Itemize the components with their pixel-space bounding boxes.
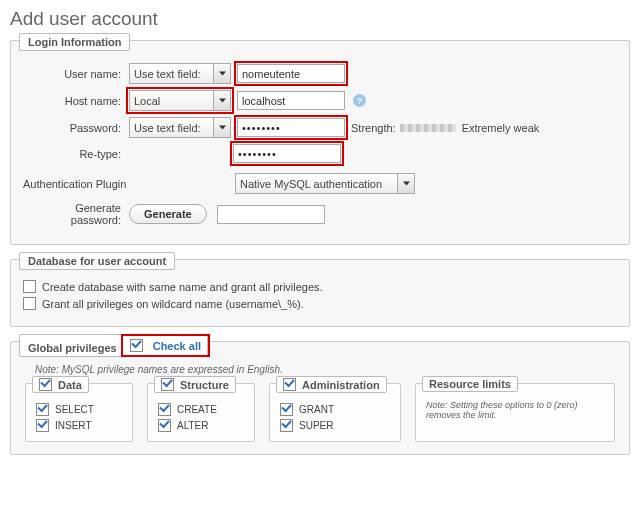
retype-input[interactable] <box>233 144 341 163</box>
db-opt1-label: Create database with same name and grant… <box>42 281 323 293</box>
structure-legend-text: Structure <box>180 379 229 391</box>
priv-alter-label: ALTER <box>177 420 209 431</box>
resource-legend-text: Resource limits <box>429 378 511 390</box>
login-fieldset: Login Information User name: Use text fi… <box>10 40 630 245</box>
global-priv-legend-text: Global privileges <box>28 342 117 354</box>
auth-plugin-label: Authentication Plugin <box>23 178 235 190</box>
structure-priv-box: Structure CREATE ALTER <box>147 383 255 442</box>
priv-grant-checkbox[interactable] <box>280 403 293 416</box>
db-opt2-checkbox[interactable] <box>23 297 36 310</box>
auth-plugin-value: Native MySQL authentication <box>240 178 397 190</box>
chevron-down-icon <box>213 91 230 110</box>
global-note: Note: MySQL privilege names are expresse… <box>35 364 605 375</box>
global-priv-legend: Global privileges Check all <box>19 334 208 357</box>
page-title: Add user account <box>10 8 640 30</box>
global-priv-fieldset: Global privileges Check all Note: MySQL … <box>10 341 630 455</box>
username-mode-value: Use text field: <box>134 68 213 80</box>
admin-legend-text: Administration <box>302 379 380 391</box>
chevron-down-icon <box>213 118 230 137</box>
resource-limits-box: Resource limits Note: Setting these opti… <box>415 383 615 442</box>
data-group-checkbox[interactable] <box>39 378 52 391</box>
password-mode-select[interactable]: Use text field: <box>129 117 231 138</box>
hostname-label: Host name: <box>23 95 129 107</box>
generate-label: Generate password: <box>23 202 129 226</box>
data-priv-box: Data SELECT INSERT <box>25 383 133 442</box>
database-fieldset: Database for user account Create databas… <box>10 259 630 327</box>
chevron-down-icon <box>213 64 230 83</box>
database-legend: Database for user account <box>19 252 175 270</box>
generate-output[interactable] <box>217 205 325 224</box>
help-icon[interactable]: ? <box>353 94 366 107</box>
admin-priv-box: Administration GRANT SUPER <box>269 383 401 442</box>
username-label: User name: <box>23 68 129 80</box>
priv-super-label: SUPER <box>299 420 333 431</box>
db-opt2-label: Grant all privileges on wildcard name (u… <box>42 298 304 310</box>
check-all-link[interactable]: Check all <box>153 340 201 352</box>
username-mode-select[interactable]: Use text field: <box>129 63 231 84</box>
password-label: Password: <box>23 122 129 134</box>
password-input[interactable] <box>237 118 345 137</box>
priv-select-label: SELECT <box>55 404 94 415</box>
priv-insert-label: INSERT <box>55 420 92 431</box>
hostname-mode-select[interactable]: Local <box>129 90 231 111</box>
admin-group-checkbox[interactable] <box>283 378 296 391</box>
hostname-mode-value: Local <box>134 95 213 107</box>
priv-create-checkbox[interactable] <box>158 403 171 416</box>
strength-text: Extremely weak <box>462 122 540 134</box>
db-opt1-checkbox[interactable] <box>23 280 36 293</box>
resource-note: Note: Setting these options to 0 (zero) … <box>426 400 604 420</box>
priv-create-label: CREATE <box>177 404 217 415</box>
password-mode-value: Use text field: <box>134 122 213 134</box>
hostname-input[interactable] <box>237 91 345 110</box>
strength-bar <box>400 124 456 132</box>
retype-label: Re-type: <box>23 148 129 160</box>
priv-grant-label: GRANT <box>299 404 334 415</box>
priv-alter-checkbox[interactable] <box>158 419 171 432</box>
generate-button[interactable]: Generate <box>129 204 207 224</box>
username-input[interactable] <box>237 64 345 83</box>
data-legend-text: Data <box>58 379 82 391</box>
strength-label: Strength: <box>351 122 396 134</box>
auth-plugin-select[interactable]: Native MySQL authentication <box>235 173 415 194</box>
structure-group-checkbox[interactable] <box>161 378 174 391</box>
chevron-down-icon <box>397 174 414 193</box>
priv-insert-checkbox[interactable] <box>36 419 49 432</box>
priv-select-checkbox[interactable] <box>36 403 49 416</box>
login-legend: Login Information <box>19 33 130 51</box>
check-all-checkbox[interactable] <box>130 339 143 352</box>
priv-super-checkbox[interactable] <box>280 419 293 432</box>
